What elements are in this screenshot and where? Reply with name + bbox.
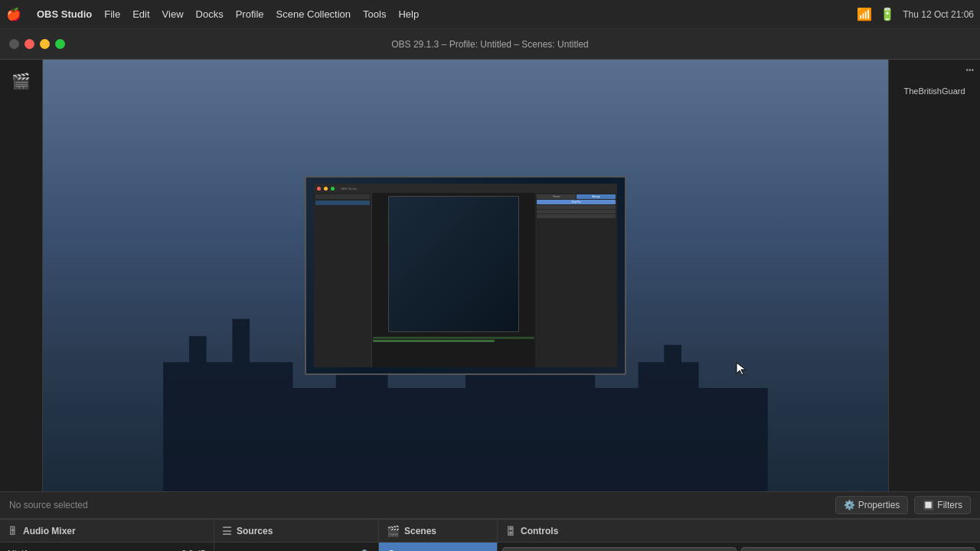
menubar-right: 📶 🔋 Thu 12 Oct 21:06 [857, 7, 974, 21]
right-panel: ••• TheBritishGuard [888, 60, 980, 491]
menu-edit[interactable]: Edit [126, 5, 155, 23]
properties-tab[interactable]: ⚙️ Properties [835, 496, 909, 514]
scenes-content: Scene [379, 543, 497, 551]
controls-icon: 🎛 [505, 525, 516, 537]
menu-view[interactable]: View [156, 5, 190, 23]
wifi-icon: 📶 [857, 7, 872, 21]
scenes-header: 🎬 Scenes [379, 520, 497, 543]
filters-tab[interactable]: 🔲 Filters [914, 496, 971, 514]
controls-panel: 🎛 Controls Start Streaming Manage Broadc… [498, 520, 980, 551]
clock: Thu 12 Oct 21:06 [903, 9, 974, 20]
preview-screenshot: OBS Studio [305, 176, 626, 375]
menu-file[interactable]: File [98, 5, 126, 23]
titlebar: OBS 29.1.3 – Profile: Untitled – Scenes:… [0, 29, 980, 60]
properties-icon: ⚙️ [844, 500, 855, 510]
menubar: 🍎 OBS Studio File Edit View Docks Profil… [0, 0, 980, 29]
source-item-display[interactable]: 👁 Display Capture 🔒 [214, 543, 378, 551]
sidebar-icon-studio[interactable]: 🎬 [6, 66, 37, 96]
filters-icon: 🔲 [923, 500, 934, 510]
scene-item-scene[interactable]: Scene [379, 543, 497, 551]
menu-docks[interactable]: Docks [190, 5, 230, 23]
audio-channel-1: Mic/Aux 0.0 dB -60-50-40-30-20-100 🔊 ⋮ [0, 543, 214, 551]
audio-icon: 🎚 [8, 525, 18, 537]
app-body: 🎬 OBS Studio [0, 60, 980, 491]
menu-scene-collection[interactable]: Scene Collection [270, 5, 358, 23]
wc-maximize[interactable] [55, 39, 65, 49]
broadcast-username: TheBritishGuard [903, 86, 965, 96]
properties-label: Properties [858, 500, 900, 510]
streaming-row: Start Streaming Manage Broadcast [502, 547, 975, 551]
window-title: OBS 29.1.3 – Profile: Untitled – Scenes:… [391, 39, 588, 50]
scenes-title: Scenes [404, 526, 436, 536]
sources-title: Sources [237, 526, 273, 536]
controls-content: Start Streaming Manage Broadcast Stop Re… [498, 543, 980, 551]
sources-icon: ☰ [222, 525, 232, 537]
manage-broadcast-button[interactable]: Manage Broadcast [741, 547, 975, 551]
window-controls [9, 39, 65, 49]
audio-mixer-content: Mic/Aux 0.0 dB -60-50-40-30-20-100 🔊 ⋮ [0, 543, 214, 551]
panels: 🎚 Audio Mixer Mic/Aux 0.0 dB -60-50-40-3… [0, 519, 980, 551]
audio-mixer-header: 🎚 Audio Mixer [0, 520, 214, 543]
more-options-btn[interactable]: ••• [965, 66, 974, 74]
wc-extra[interactable] [9, 39, 19, 49]
sources-panel: ☰ Sources 👁 Display Capture 🔒 + − ⚙ ▲ ▼ [214, 520, 379, 551]
wc-minimize[interactable] [40, 39, 50, 49]
audio-mixer-panel: 🎚 Audio Mixer Mic/Aux 0.0 dB -60-50-40-3… [0, 520, 214, 551]
scenes-icon: 🎬 [387, 525, 400, 537]
filters-label: Filters [937, 500, 962, 510]
menu-obs[interactable]: OBS Studio [31, 5, 98, 23]
sources-content: 👁 Display Capture 🔒 [214, 543, 378, 551]
audio-mixer-title: Audio Mixer [23, 526, 76, 536]
battery-icon: 🔋 [880, 7, 895, 21]
wc-close[interactable] [24, 39, 34, 49]
scenes-panel: 🎬 Scenes Scene + − ⬛ ⋮ Scenes Scene Tra.… [379, 520, 498, 551]
apple-menu[interactable]: 🍎 [6, 7, 21, 21]
controls-title: Controls [521, 526, 558, 536]
left-sidebar: 🎬 [0, 60, 43, 491]
preview-area: OBS Studio [43, 60, 888, 491]
sources-header: ☰ Sources [214, 520, 378, 543]
menu-profile[interactable]: Profile [230, 5, 270, 23]
menu-tools[interactable]: Tools [357, 5, 392, 23]
no-source-label: No source selected [9, 500, 88, 510]
properties-bar: No source selected ⚙️ Properties 🔲 Filte… [0, 491, 980, 519]
menu-help[interactable]: Help [392, 5, 425, 23]
controls-header: 🎛 Controls [498, 520, 980, 543]
start-streaming-button[interactable]: Start Streaming [502, 547, 737, 551]
